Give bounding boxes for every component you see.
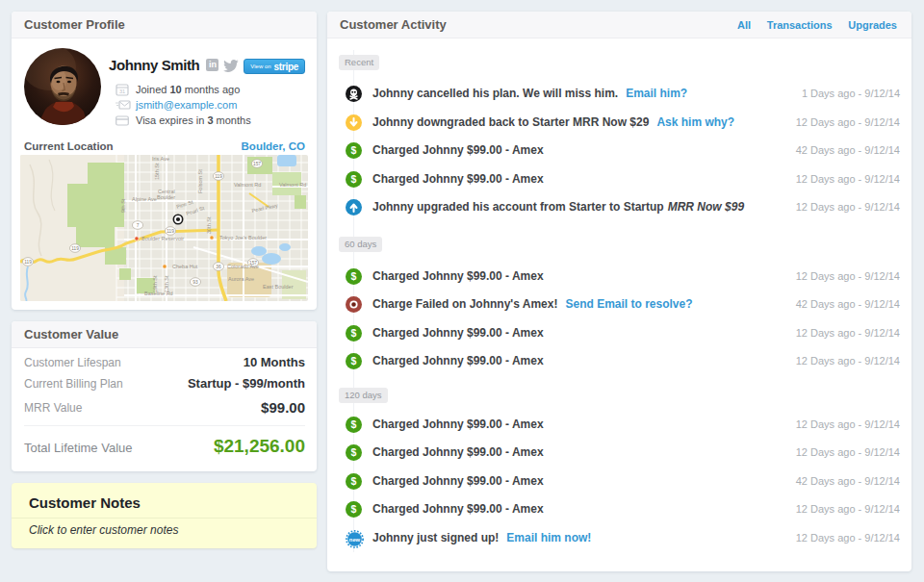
activity-text: Charged Johnny $99.00 - Amex [372,325,544,342]
email-icon [116,98,131,112]
svg-text:Folsom St: Folsom St [197,169,203,193]
activity-row: $Charged Johnny $99.00 - Amex12 Days ago… [327,325,911,342]
activity-link[interactable]: Send Email to resolve? [565,297,692,311]
svg-text:13th St: 13th St [164,275,169,292]
activity-group-badge: 60 days [339,237,382,252]
activity-text: Charged Johnny $99.00 - Amex [372,268,544,285]
svg-text:$: $ [351,446,357,458]
credit-card-icon [116,114,129,127]
svg-text:9th St: 9th St [120,198,126,213]
svg-text:119: 119 [167,229,174,234]
billing-plan-label: Current Billing Plan [24,377,123,391]
svg-text:Alpine Ave: Alpine Ave [132,196,157,202]
activity-row: $Charged Johnny $99.00 - Amex42 Days ago… [327,473,911,490]
name-row: Johnny Smith in [109,57,239,73]
activity-text: Charged Johnny $99.00 - Amex [372,417,544,433]
tab-transactions[interactable]: Transactions [767,19,833,31]
mrr-row: MRR Value $99.00 [24,401,305,417]
activity-timestamp: 12 Days ago - 9/12/14 [796,417,900,433]
activity-timestamp: 12 Days ago - 9/12/14 [796,114,900,131]
customer-notes-panel[interactable]: Customer Notes Click to enter customer n… [12,483,317,548]
svg-text:119: 119 [215,174,222,179]
lifespan-value: 10 Months [244,355,305,369]
svg-text:East Boulder: East Boulder [263,284,294,290]
svg-text:Aurora Ave: Aurora Ave [228,276,254,282]
dollar-icon: $ [346,268,362,285]
location-link[interactable]: Boulder, CO [242,140,305,152]
svg-text:$: $ [351,173,357,185]
activity-row: $Charged Johnny $99.00 - Amex12 Days ago… [327,444,911,461]
email-link[interactable]: jsmith@example.com [136,99,237,111]
svg-text:15th St: 15th St [154,163,160,180]
svg-text:Cheba Hut: Cheba Hut [172,264,198,269]
svg-text:Boulder: Boulder [157,194,175,200]
notes-placeholder[interactable]: Click to enter customer notes [29,523,178,537]
activity-timestamp: 12 Days ago - 9/12/14 [796,501,900,518]
dollar-icon: $ [346,171,362,188]
tab-upgrades[interactable]: Upgrades [848,19,897,31]
activity-group-badge: 120 days [339,388,388,403]
activity-row: $Charged Johnny $99.00 - Amex12 Days ago… [327,501,911,518]
customer-value-header: Customer Value [12,321,317,348]
skull-icon [346,86,362,102]
activity-timestamp: 12 Days ago - 9/12/14 [796,325,900,342]
activity-timestamp: 12 Days ago - 9/12/14 [796,171,900,188]
stripe-button-brand: stripe [274,62,298,72]
svg-text:$: $ [351,270,357,282]
activity-link[interactable]: Email him now! [506,531,591,544]
activity-link[interactable]: Ask him why? [656,115,734,129]
customer-notes-title: Customer Notes [29,494,141,511]
total-lifetime-row: Total Lifetime Value $21,256.00 [24,438,305,457]
customer-value-title: Customer Value [24,327,118,342]
svg-text:93: 93 [192,280,198,285]
view-on-stripe-button[interactable]: View on stripe [244,59,305,74]
value-divider [24,425,305,426]
activity-row: $Charged Johnny $99.00 - Amex12 Days ago… [327,417,911,433]
activity-text: Charged Johnny $99.00 - Amex [372,171,544,188]
activity-timestamp: 1 Days ago - 9/12/14 [802,86,900,102]
svg-text:36: 36 [216,265,221,269]
total-lifetime-label: Total Lifetime Value [24,441,133,455]
current-location-label: Current Location [24,140,114,152]
activity-row: $Charged Johnny $99.00 - Amex12 Days ago… [327,353,911,369]
customer-profile-header: Customer Profile [12,12,317,38]
activity-text-emphasis: MRR Now $99 [668,200,744,214]
customer-name: Johnny Smith [109,57,199,73]
activity-row: Charge Failed on Johnny's Amex!Send Emai… [327,296,911,313]
lifespan-row: Customer Lifespan 10 Months [24,356,305,371]
twitter-icon[interactable] [223,59,239,71]
svg-text:30th St: 30th St [206,216,212,234]
activity-row: Johnny downgraded back to Starter MRR No… [327,114,911,131]
upgrade-arrow-icon [346,199,362,215]
svg-text:7: 7 [137,223,140,228]
activity-text: Charged Johnny $99.00 - Amex [372,473,544,490]
customer-activity-title: Customer Activity [340,17,447,32]
activity-timestamp: 12 Days ago - 9/12/14 [796,199,900,215]
new-badge-icon: new [346,530,362,546]
svg-text:Tokyo Joe's Boulder: Tokyo Joe's Boulder [219,235,267,240]
activity-timestamp: 12 Days ago - 9/12/14 [796,444,900,461]
svg-text:Iris Ave: Iris Ave [152,156,169,162]
linkedin-icon[interactable]: in [206,59,218,71]
activity-text: Johnny just signed up!Email him now! [372,530,591,546]
svg-text:$: $ [351,503,357,515]
svg-text:Valmont Rd: Valmont Rd [234,182,261,188]
billing-plan-row: Current Billing Plan Startup - $99/month [24,377,305,392]
customer-activity-panel: Customer Activity All Transactions Upgra… [327,12,911,571]
activity-text: Johnny downgraded back to Starter MRR No… [372,114,734,131]
mrr-value: $99.00 [261,399,305,416]
activity-timestamp: 12 Days ago - 9/12/14 [796,530,900,546]
svg-text:new: new [349,536,361,542]
svg-text:119: 119 [24,260,32,265]
charge-failed-icon [346,296,362,313]
svg-text:31: 31 [119,89,125,94]
svg-text:Colorado Ave: Colorado Ave [227,264,259,269]
activity-timestamp: 42 Days ago - 9/12/14 [796,296,900,313]
location-map[interactable]: 11915771191191193693157 Iris AveValmont … [20,155,308,301]
customer-activity-header: Customer Activity All Transactions Upgra… [327,12,911,38]
activity-link[interactable]: Email him? [626,87,687,100]
dollar-icon: $ [346,444,362,461]
svg-text:$: $ [351,355,357,367]
tab-all[interactable]: All [737,19,751,31]
dollar-icon: $ [346,353,362,369]
